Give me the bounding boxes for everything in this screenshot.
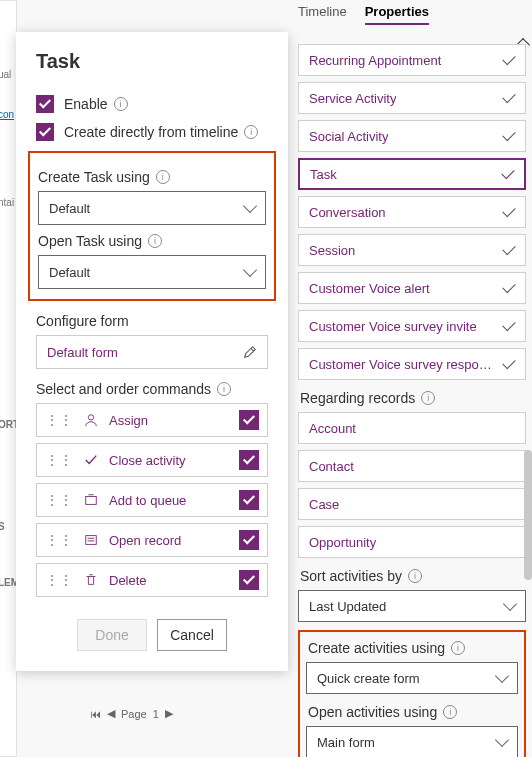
enable-label: Enable (64, 96, 108, 112)
activity-cv-survey-invite[interactable]: Customer Voice survey invite (298, 310, 526, 342)
command-checkbox[interactable] (239, 530, 259, 550)
info-icon[interactable]: i (156, 170, 170, 184)
activity-task[interactable]: Task (298, 158, 526, 190)
first-page-icon[interactable]: ⏮ (90, 708, 101, 720)
open-task-using-label: Open Task using (38, 233, 142, 249)
grip-icon: ⋮⋮ (45, 412, 73, 428)
command-delete[interactable]: ⋮⋮Delete (36, 563, 268, 597)
info-icon[interactable]: i (148, 234, 162, 248)
check-icon (502, 279, 515, 292)
check-icon (83, 453, 99, 467)
activity-conversation[interactable]: Conversation (298, 196, 526, 228)
properties-panel: Recurring Appointment Service Activity S… (298, 44, 526, 757)
open-task-using-select[interactable]: Default (38, 255, 266, 289)
prev-page-icon[interactable]: ◀ (107, 707, 115, 720)
open-activities-using-select[interactable]: Main form (306, 726, 518, 757)
command-checkbox[interactable] (239, 570, 259, 590)
regarding-opportunity[interactable]: Opportunity (298, 526, 526, 558)
command-open-record[interactable]: ⋮⋮Open record (36, 523, 268, 557)
regarding-contact[interactable]: Contact (298, 450, 526, 482)
open-task-using-value: Default (49, 265, 90, 280)
svg-point-0 (88, 415, 93, 420)
command-close-activity[interactable]: ⋮⋮Close activity (36, 443, 268, 477)
edit-icon (243, 345, 257, 359)
person-icon (83, 413, 99, 427)
activity-session[interactable]: Session (298, 234, 526, 266)
sort-activities-select[interactable]: Last Updated (298, 590, 526, 622)
tab-timeline[interactable]: Timeline (298, 4, 347, 25)
create-activities-using-select[interactable]: Quick create form (306, 662, 518, 694)
activity-recurring-appointment[interactable]: Recurring Appointment (298, 44, 526, 76)
check-icon (502, 241, 515, 254)
create-directly-label: Create directly from timeline (64, 124, 238, 140)
command-checkbox[interactable] (239, 450, 259, 470)
next-page-icon[interactable]: ▶ (165, 707, 173, 720)
create-task-using-label: Create Task using (38, 169, 150, 185)
chevron-down-icon (495, 669, 509, 683)
check-icon (502, 203, 515, 216)
command-add-to-queue[interactable]: ⋮⋮Add to queue (36, 483, 268, 517)
sort-activities-label: Sort activities by (300, 568, 402, 584)
activity-cv-alert[interactable]: Customer Voice alert (298, 272, 526, 304)
check-icon (501, 165, 514, 178)
grip-icon: ⋮⋮ (45, 532, 73, 548)
chevron-down-icon (503, 597, 517, 611)
grip-icon: ⋮⋮ (45, 452, 73, 468)
activity-social-activity[interactable]: Social Activity (298, 120, 526, 152)
svg-rect-2 (86, 536, 97, 545)
task-title: Task (36, 50, 268, 73)
pager: ⏮ ◀ Page 1 ▶ (90, 707, 173, 720)
configure-form-label: Configure form (36, 313, 268, 329)
open-activities-using-label: Open activities using (308, 704, 437, 720)
cropped-left-strip: ual con ntai ORTI S LEM (0, 0, 17, 757)
check-icon (502, 317, 515, 330)
chevron-down-icon (495, 733, 509, 747)
info-icon[interactable]: i (451, 641, 465, 655)
check-icon (502, 51, 515, 64)
info-icon[interactable]: i (443, 705, 457, 719)
scrollbar[interactable] (524, 450, 532, 580)
done-button: Done (77, 619, 147, 651)
chevron-down-icon (243, 199, 257, 213)
activity-service-activity[interactable]: Service Activity (298, 82, 526, 114)
highlight-box-activities-using: Create activities usingi Quick create fo… (298, 630, 526, 757)
info-icon[interactable]: i (114, 97, 128, 111)
info-icon[interactable]: i (421, 391, 435, 405)
cancel-button[interactable]: Cancel (157, 619, 227, 651)
svg-rect-1 (86, 497, 97, 505)
info-icon[interactable]: i (244, 125, 258, 139)
check-icon (502, 89, 515, 102)
check-icon (502, 127, 515, 140)
regarding-account[interactable]: Account (298, 412, 526, 444)
enable-checkbox[interactable] (36, 95, 54, 113)
chevron-down-icon (243, 263, 257, 277)
queue-icon (83, 493, 99, 507)
task-panel: Task Enable i Create directly from timel… (16, 32, 288, 671)
info-icon[interactable]: i (408, 569, 422, 583)
configure-form-row[interactable]: Default form (36, 335, 268, 369)
create-directly-checkbox[interactable] (36, 123, 54, 141)
trash-icon (83, 573, 99, 587)
command-assign[interactable]: ⋮⋮Assign (36, 403, 268, 437)
highlight-box-task-using: Create Task usingi Default Open Task usi… (28, 151, 276, 301)
check-icon (502, 355, 515, 368)
configure-form-value: Default form (47, 345, 118, 360)
grip-icon: ⋮⋮ (45, 492, 73, 508)
grip-icon: ⋮⋮ (45, 572, 73, 588)
command-checkbox[interactable] (239, 410, 259, 430)
create-task-using-select[interactable]: Default (38, 191, 266, 225)
regarding-case[interactable]: Case (298, 488, 526, 520)
activity-cv-survey-response[interactable]: Customer Voice survey response (298, 348, 526, 380)
info-icon[interactable]: i (217, 382, 231, 396)
regarding-records-label: Regarding records (300, 390, 415, 406)
tab-properties[interactable]: Properties (365, 4, 429, 25)
create-activities-using-label: Create activities using (308, 640, 445, 656)
commands-label: Select and order commands (36, 381, 211, 397)
create-task-using-value: Default (49, 201, 90, 216)
record-icon (83, 533, 99, 547)
command-checkbox[interactable] (239, 490, 259, 510)
